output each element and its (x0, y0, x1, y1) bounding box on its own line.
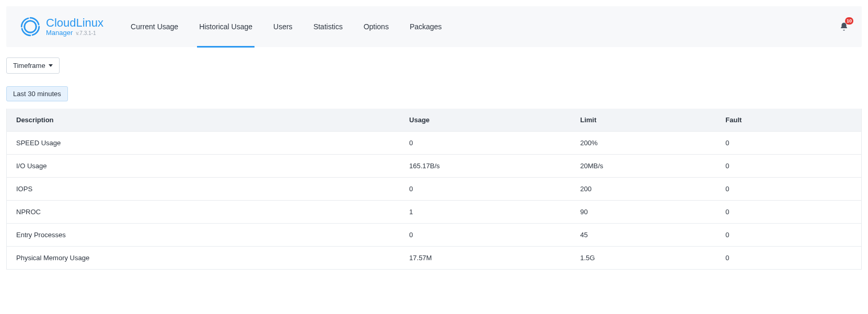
brand-subtitle: Manager (46, 29, 73, 37)
tab-packages[interactable]: Packages (399, 6, 452, 47)
table-row: SPEED Usage0200%0 (7, 132, 862, 155)
cell-description: I/O Usage (7, 155, 400, 178)
cell-usage: 1 (400, 201, 571, 224)
tab-label: Users (273, 22, 293, 31)
col-usage[interactable]: Usage (400, 109, 571, 132)
cell-usage: 17.57M (400, 247, 571, 270)
tab-label: Historical Usage (199, 22, 252, 31)
cell-fault: 0 (716, 155, 861, 178)
chevron-down-icon (49, 64, 53, 67)
tab-label: Statistics (314, 22, 343, 31)
table-row: NPROC1900 (7, 201, 862, 224)
table-row: Physical Memory Usage17.57M1.5G0 (7, 247, 862, 270)
tab-users[interactable]: Users (263, 6, 303, 47)
cell-usage: 0 (400, 178, 571, 201)
table-row: IOPS02000 (7, 178, 862, 201)
main-tabs: Current Usage Historical Usage Users Sta… (120, 6, 452, 47)
cell-fault: 0 (716, 247, 861, 270)
cell-usage: 165.17B/s (400, 155, 571, 178)
cell-description: IOPS (7, 178, 400, 201)
tab-label: Current Usage (131, 22, 178, 31)
tab-historical-usage[interactable]: Historical Usage (189, 6, 263, 47)
cell-description: NPROC (7, 201, 400, 224)
brand-block: CloudLinux Manager v.7.3.1-1 (20, 16, 103, 37)
cell-limit: 200 (571, 178, 716, 201)
cell-fault: 0 (716, 178, 861, 201)
cell-limit: 45 (571, 224, 716, 247)
cell-limit: 90 (571, 201, 716, 224)
tab-current-usage[interactable]: Current Usage (120, 6, 189, 47)
brand-title: CloudLinux (46, 17, 103, 29)
cell-limit: 200% (571, 132, 716, 155)
brand-text: CloudLinux Manager v.7.3.1-1 (46, 17, 103, 37)
col-fault[interactable]: Fault (716, 109, 861, 132)
cell-fault: 0 (716, 201, 861, 224)
timeframe-label: Timeframe (13, 62, 45, 69)
tab-options[interactable]: Options (353, 6, 399, 47)
page-content: Timeframe Last 30 minutes Description Us… (0, 47, 868, 276)
app-header: CloudLinux Manager v.7.3.1-1 Current Usa… (6, 6, 862, 47)
cell-limit: 20MB/s (571, 155, 716, 178)
cell-fault: 0 (716, 132, 861, 155)
cell-description: Physical Memory Usage (7, 247, 400, 270)
table-row: I/O Usage165.17B/s20MB/s0 (7, 155, 862, 178)
chip-label: Last 30 minutes (13, 90, 61, 98)
tab-label: Options (364, 22, 389, 31)
cell-description: SPEED Usage (7, 132, 400, 155)
timeframe-selected-chip[interactable]: Last 30 minutes (6, 86, 68, 101)
cell-usage: 0 (400, 132, 571, 155)
notification-count-badge: 10 (845, 17, 853, 25)
tab-label: Packages (410, 22, 442, 31)
usage-table: Description Usage Limit Fault SPEED Usag… (6, 109, 862, 270)
table-header-row: Description Usage Limit Fault (7, 109, 862, 132)
col-description[interactable]: Description (7, 109, 400, 132)
cell-limit: 1.5G (571, 247, 716, 270)
cell-description: Entry Processes (7, 224, 400, 247)
brand-version: v.7.3.1-1 (76, 30, 96, 36)
timeframe-dropdown[interactable]: Timeframe (6, 57, 60, 74)
cell-fault: 0 (716, 224, 861, 247)
table-row: Entry Processes0450 (7, 224, 862, 247)
cloudlinux-logo-icon (20, 16, 41, 37)
tab-statistics[interactable]: Statistics (303, 6, 353, 47)
notifications-button[interactable]: 10 (837, 19, 851, 34)
cell-usage: 0 (400, 224, 571, 247)
col-limit[interactable]: Limit (571, 109, 716, 132)
